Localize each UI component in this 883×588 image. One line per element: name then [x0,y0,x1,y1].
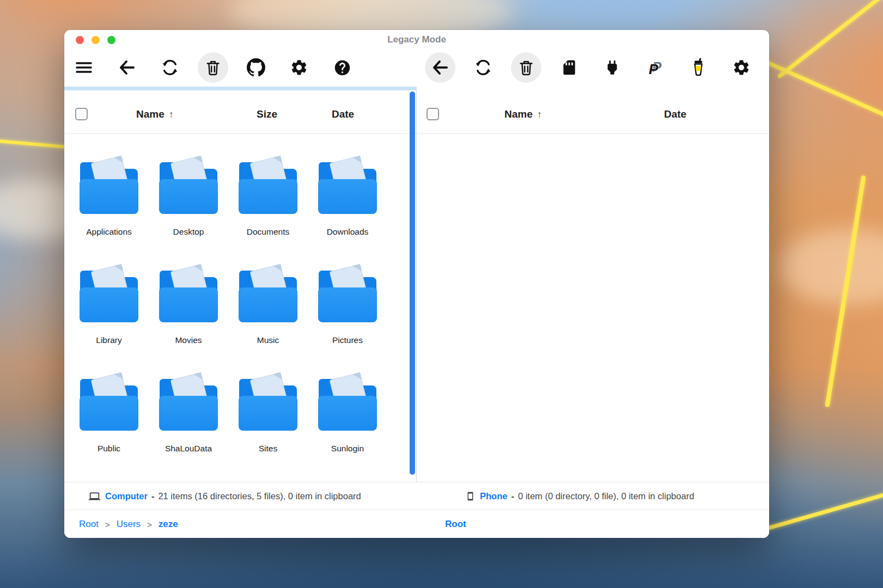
column-header-date[interactable]: Date [664,108,686,120]
folder-item[interactable]: Library [69,271,149,379]
folder-grid: Applications Desktop Documents Downloads… [64,134,416,482]
folder-icon [238,271,299,322]
back-button[interactable] [112,52,142,83]
select-all-checkbox[interactable] [427,108,439,120]
folder-item[interactable]: ShaLouData [149,379,228,482]
cloud-shape [779,229,883,305]
settings-button[interactable] [726,52,757,83]
trash-button[interactable] [511,52,541,83]
trash-icon [517,58,535,77]
gear-icon [290,58,308,77]
computer-link[interactable]: Computer [105,491,148,501]
column-header-name[interactable]: Name↑ [504,108,542,120]
folder-icon [158,271,219,322]
wallpaper-streak [777,0,883,78]
folder-icon [158,162,219,214]
phone-link[interactable]: Phone [480,491,507,501]
power-plug-button[interactable] [597,52,628,83]
phone-status-text: 0 item (0 directory, 0 file), 0 item in … [518,491,694,501]
folder-item[interactable]: Sunlogin [308,379,387,482]
folder-label: Library [96,335,121,345]
folder-icon [238,379,299,431]
refresh-button[interactable] [155,52,185,83]
breadcrumb-root[interactable]: Root [445,519,466,530]
trash-icon [204,58,222,77]
folder-item[interactable]: Applications [69,162,149,271]
folder-icon [78,162,139,214]
back-button[interactable] [425,52,455,83]
transfer-progress-strip [64,87,417,90]
back-arrow-icon [117,58,137,77]
breadcrumb-users[interactable]: Users [117,519,141,530]
status-separator: - [511,491,514,501]
settings-button[interactable] [284,52,314,83]
laptop-icon [89,491,100,502]
coffee-button[interactable] [683,52,714,83]
column-header-size[interactable]: Size [257,108,277,120]
computer-breadcrumb: Root > Users > zeze [79,519,178,530]
toolbar-computer [64,48,417,87]
vertical-scrollbar[interactable] [410,91,415,475]
column-header-name[interactable]: Name↑ [136,108,174,120]
phone-breadcrumb: Root [445,519,466,530]
folder-item[interactable]: Public [69,379,149,482]
select-all-checkbox[interactable] [75,108,88,120]
column-header-date[interactable]: Date [332,108,354,120]
help-icon [333,59,351,77]
phone-list-header: Name↑ Date [417,90,769,134]
menu-button[interactable] [69,52,99,83]
status-separator: - [151,491,155,501]
folder-icon [78,271,139,322]
help-button[interactable] [327,52,357,83]
folder-label: Sites [259,444,277,454]
svg-text:P: P [649,61,659,77]
coffee-cup-icon [689,58,708,77]
folder-label: Downloads [327,227,369,237]
folder-label: Documents [247,227,289,237]
breadcrumb-current[interactable]: zeze [159,519,178,530]
chevron-right-icon: > [105,520,110,529]
folder-item[interactable]: Documents [228,162,308,271]
folder-icon [158,379,219,431]
status-row: Computer - 21 items (16 directories, 5 f… [64,482,769,510]
folder-item[interactable]: Music [228,271,308,379]
folder-label: ShaLouData [165,444,212,454]
sd-card-button[interactable] [554,52,584,83]
power-plug-icon [603,58,622,77]
gear-icon [732,58,751,77]
phone-pane: Name↑ Date [417,90,769,482]
folder-item[interactable]: Desktop [149,162,228,271]
folder-item[interactable]: Sites [228,379,308,482]
folder-label: Applications [86,227,132,237]
folder-icon [317,162,378,214]
folder-icon [317,379,378,431]
breadcrumb-row: Root > Users > zeze Root [64,510,769,538]
sort-ascending-icon: ↑ [537,109,542,120]
refresh-button[interactable] [468,52,498,83]
folder-item[interactable]: Downloads [308,162,387,271]
folder-icon [78,379,139,431]
paypal-button[interactable]: PP [640,52,671,83]
trash-button[interactable] [198,52,228,83]
computer-list-header: Name↑ Size Date [64,90,416,134]
sd-card-icon [561,59,578,76]
folder-item[interactable]: Pictures [308,271,387,379]
github-button[interactable] [241,52,271,83]
statusbar: Computer - 21 items (16 directories, 5 f… [64,482,769,538]
breadcrumb-root[interactable]: Root [79,519,99,530]
refresh-icon [474,58,492,77]
computer-status: Computer - 21 items (16 directories, 5 f… [89,491,361,502]
folder-item[interactable]: Movies [149,271,228,379]
folder-icon [317,271,378,322]
computer-status-text: 21 items (16 directories, 5 files), 0 it… [158,491,361,501]
folder-label: Music [257,335,279,345]
file-panes: Name↑ Size Date Applications Desktop Doc… [64,90,769,482]
app-window: Legacy Mode [64,30,769,538]
refresh-icon [161,58,179,77]
window-title: Legacy Mode [64,34,769,45]
chevron-right-icon: > [147,520,152,529]
toolbar-phone: PP [417,48,769,87]
wallpaper-streak [759,489,883,532]
paypal-icon: PP [645,58,665,77]
folder-label: Desktop [173,227,204,237]
